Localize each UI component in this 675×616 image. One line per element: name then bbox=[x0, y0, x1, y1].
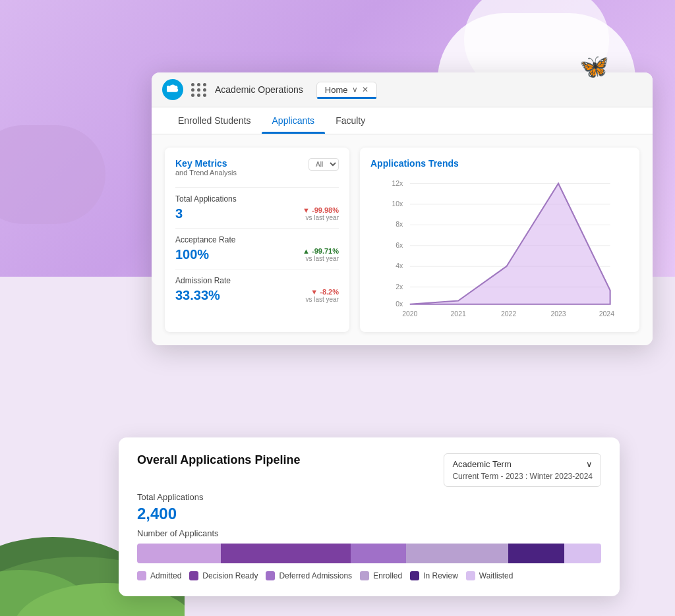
browser-chrome: Academic Operations Home ∨ ✕ bbox=[152, 72, 653, 107]
metric-value: 3 bbox=[175, 206, 183, 221]
term-selector-label: Academic Term bbox=[452, 459, 511, 469]
legend-item-in-review: In Review bbox=[410, 571, 458, 580]
metric-change: ▼ -99.98% vs last year bbox=[303, 206, 339, 221]
metric-rows: Total Applications 3 ▼ -99.98% vs last y… bbox=[175, 187, 339, 310]
chart-legend: Admitted Decision Ready Deferred Admissi… bbox=[137, 571, 601, 580]
metric-value-row: 3 ▼ -99.98% vs last year bbox=[175, 206, 339, 221]
department-filter[interactable]: All bbox=[308, 158, 339, 171]
metric-row: Admission Rate 33.33% ▼ -8.2% vs last ye… bbox=[175, 269, 339, 310]
home-tab[interactable]: Home ∨ ✕ bbox=[316, 82, 377, 98]
svg-text:12x: 12x bbox=[392, 180, 403, 187]
legend-label: Enrolled bbox=[373, 571, 402, 580]
term-selector[interactable]: Academic Term ∨ Current Term - 2023 : Wi… bbox=[444, 453, 601, 487]
legend-item-waitlisted: Waitlisted bbox=[466, 571, 514, 580]
metric-value: 33.33% bbox=[175, 288, 220, 303]
legend-color bbox=[266, 571, 275, 580]
bar-segment-in-review bbox=[508, 544, 564, 563]
legend-color bbox=[360, 571, 369, 580]
svg-text:2021: 2021 bbox=[450, 310, 465, 318]
svg-text:0x: 0x bbox=[396, 300, 403, 308]
metrics-card: Key Metrics and Trend Analysis All Total… bbox=[165, 148, 349, 332]
svg-text:2022: 2022 bbox=[501, 310, 516, 318]
svg-text:6x: 6x bbox=[396, 242, 403, 249]
legend-color bbox=[137, 571, 146, 580]
metric-change: ▼ -8.2% vs last year bbox=[305, 288, 339, 303]
legend-label: Deferred Admissions bbox=[279, 571, 352, 580]
change-indicator: ▲ -99.71% bbox=[303, 247, 339, 255]
card-title: Key Metrics bbox=[175, 158, 237, 169]
svg-text:4x: 4x bbox=[396, 262, 403, 269]
metric-value-row: 33.33% ▼ -8.2% vs last year bbox=[175, 288, 339, 303]
term-current-value: Current Term - 2023 : Winter 2023-2024 bbox=[452, 472, 593, 481]
vs-text: vs last year bbox=[305, 296, 339, 303]
chart-title: Applications Trends bbox=[370, 158, 629, 169]
bar-segment-waitlisted bbox=[564, 544, 601, 563]
legend-label: Decision Ready bbox=[202, 571, 258, 580]
svg-marker-18 bbox=[410, 183, 610, 304]
legend-label: In Review bbox=[423, 571, 458, 580]
tab-enrolled-students[interactable]: Enrolled Students bbox=[167, 107, 262, 134]
legend-label: Admitted bbox=[150, 571, 181, 580]
legend-item-decision-ready: Decision Ready bbox=[189, 571, 258, 580]
vs-text: vs last year bbox=[305, 214, 339, 221]
total-apps-label: Total Applications bbox=[137, 492, 601, 502]
change-indicator: ▼ -99.98% bbox=[303, 206, 339, 214]
vs-text: vs last year bbox=[305, 255, 339, 262]
chevron-down-icon: ∨ bbox=[586, 459, 593, 469]
svg-text:2020: 2020 bbox=[402, 310, 417, 318]
applicants-bar-chart bbox=[137, 544, 601, 563]
metric-row: Acceptance Rate 100% ▲ -99.71% vs last y… bbox=[175, 228, 339, 269]
metric-label: Acceptance Rate bbox=[175, 235, 339, 244]
tab-faculty[interactable]: Faculty bbox=[325, 107, 376, 134]
legend-label: Waitlisted bbox=[479, 571, 514, 580]
legend-item-deferred-admissions: Deferred Admissions bbox=[266, 571, 352, 580]
change-indicator: ▼ -8.2% bbox=[310, 288, 339, 296]
app-title: Academic Operations bbox=[215, 84, 303, 95]
legend-item-enrolled: Enrolled bbox=[360, 571, 402, 580]
legend-color bbox=[189, 571, 198, 580]
bar-segment-decision-ready bbox=[221, 544, 351, 563]
card-header: Key Metrics and Trend Analysis All bbox=[175, 158, 339, 184]
total-apps-value: 2,400 bbox=[137, 505, 601, 523]
term-selector-header: Academic Term ∨ bbox=[452, 459, 593, 469]
pipeline-title: Overall Applications Pipeline bbox=[137, 453, 300, 467]
metric-label: Admission Rate bbox=[175, 276, 339, 285]
pipeline-header: Overall Applications Pipeline Academic T… bbox=[137, 453, 601, 487]
content-area: Key Metrics and Trend Analysis All Total… bbox=[152, 134, 653, 345]
legend-color bbox=[410, 571, 419, 580]
metric-row: Total Applications 3 ▼ -99.98% vs last y… bbox=[175, 187, 339, 228]
home-tab-label: Home bbox=[325, 85, 348, 95]
metric-value-row: 100% ▲ -99.71% vs last year bbox=[175, 247, 339, 262]
svg-text:10x: 10x bbox=[392, 200, 403, 208]
bar-segment-deferred-admissions bbox=[351, 544, 406, 563]
chart-area: Applications Trends 12x 10x 8x 6x bbox=[360, 148, 639, 332]
salesforce-logo bbox=[162, 79, 183, 100]
tab-applicants[interactable]: Applicants bbox=[262, 107, 326, 134]
chart-container: 12x 10x 8x 6x 4x 2x 0x 2020 2021 2022 20… bbox=[370, 177, 629, 322]
svg-text:2023: 2023 bbox=[550, 310, 566, 318]
browser-window: Academic Operations Home ∨ ✕ Enrolled St… bbox=[152, 72, 653, 345]
legend-color bbox=[466, 571, 475, 580]
card-subtitle: and Trend Analysis bbox=[175, 169, 237, 177]
butterfly-decoration: 🦋 bbox=[579, 53, 609, 80]
cloud-decoration-3 bbox=[0, 125, 105, 224]
pipeline-card: Overall Applications Pipeline Academic T… bbox=[119, 437, 620, 596]
metric-label: Total Applications bbox=[175, 194, 339, 204]
num-applicants-label: Number of Applicants bbox=[137, 528, 601, 538]
trend-chart: 12x 10x 8x 6x 4x 2x 0x 2020 2021 2022 20… bbox=[370, 177, 629, 322]
tab-bar: Home ∨ ✕ bbox=[316, 82, 377, 98]
metric-value: 100% bbox=[175, 247, 209, 262]
legend-item-admitted: Admitted bbox=[137, 571, 181, 580]
svg-text:2x: 2x bbox=[396, 283, 403, 291]
bar-segment-enrolled bbox=[406, 544, 508, 563]
app-launcher-grid[interactable] bbox=[191, 83, 207, 97]
tab-chevron[interactable]: ∨ bbox=[352, 85, 358, 94]
nav-tabs: Enrolled Students Applicants Faculty bbox=[152, 107, 653, 134]
metric-change: ▲ -99.71% vs last year bbox=[303, 247, 339, 262]
svg-text:2024: 2024 bbox=[599, 310, 614, 318]
svg-text:8x: 8x bbox=[396, 221, 403, 228]
tab-close-button[interactable]: ✕ bbox=[362, 85, 368, 94]
bar-segment-admitted bbox=[137, 544, 221, 563]
